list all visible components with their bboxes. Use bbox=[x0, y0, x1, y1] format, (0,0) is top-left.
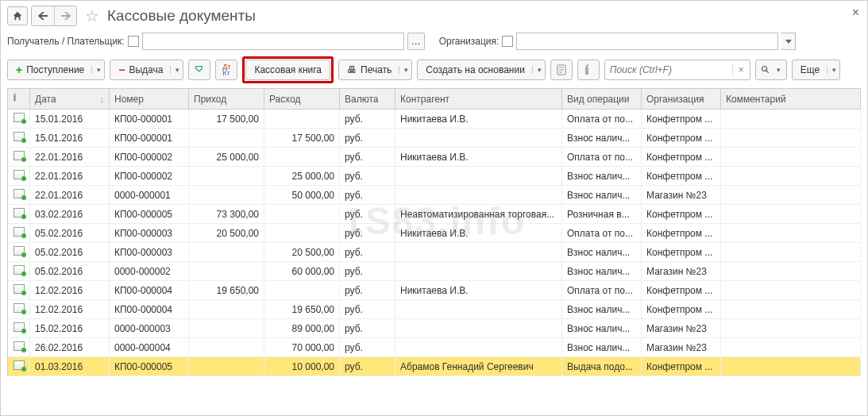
org-checkbox[interactable] bbox=[502, 36, 513, 47]
cell-org: Конфетпром ... bbox=[642, 110, 721, 129]
attach-button[interactable] bbox=[577, 60, 600, 80]
cell-expense: 70 000,00 bbox=[264, 338, 340, 357]
col-currency[interactable]: Валюта bbox=[340, 89, 395, 110]
recipient-checkbox[interactable] bbox=[128, 36, 139, 47]
cell-comment bbox=[721, 281, 861, 300]
table-row[interactable]: 15.02.20160000-00000389 000,00руб.Взнос … bbox=[8, 319, 861, 338]
cell-contractor: Никитаева И.В. bbox=[395, 110, 562, 129]
cell-contractor bbox=[395, 338, 562, 357]
cell-number: КП00-000003 bbox=[110, 224, 189, 243]
doc-button-1[interactable] bbox=[550, 60, 573, 80]
table-row[interactable]: 26.02.20160000-00000470 000,00руб.Взнос … bbox=[8, 338, 861, 357]
table-row[interactable]: 01.03.2016КП00-00000510 000,00руб.Абрамо… bbox=[8, 357, 861, 376]
cell-income bbox=[189, 129, 264, 148]
org-input[interactable] bbox=[516, 33, 778, 50]
cell-number: КП00-000002 bbox=[110, 167, 189, 186]
plus-icon: + bbox=[16, 64, 22, 76]
cell-contractor: Никитаева И.В. bbox=[395, 224, 562, 243]
table-row[interactable]: 12.02.2016КП00-00000419 650,00руб.Взнос … bbox=[8, 300, 861, 319]
titlebar: ☆ Кассовые документы bbox=[7, 6, 861, 26]
cell-org: Магазин №23 bbox=[642, 338, 721, 357]
forward-button[interactable] bbox=[54, 6, 76, 25]
cell-comment bbox=[721, 319, 861, 338]
cell-currency: руб. bbox=[340, 300, 395, 319]
recipient-input[interactable] bbox=[142, 33, 404, 50]
cell-expense: 17 500,00 bbox=[264, 129, 340, 148]
table-row[interactable]: 05.02.2016КП00-00000320 500,00руб.Взнос … bbox=[8, 243, 861, 262]
create-based-button[interactable]: Создать на основании ▾ bbox=[417, 60, 546, 80]
recipient-picker-button[interactable]: … bbox=[407, 33, 425, 50]
dt-kt-button[interactable]: ДтКт bbox=[215, 60, 237, 80]
col-attach[interactable] bbox=[8, 89, 30, 110]
col-contractor[interactable]: Контрагент bbox=[395, 89, 562, 110]
cell-expense: 89 000,00 bbox=[264, 319, 340, 338]
search-input[interactable] bbox=[605, 64, 732, 75]
cell-expense bbox=[264, 148, 340, 167]
print-button[interactable]: Печать ▾ bbox=[338, 60, 412, 80]
cell-optype: Взнос налич... bbox=[562, 338, 642, 357]
receipt-button[interactable]: + Поступление ▾ bbox=[7, 60, 105, 80]
cell-number: КП00-000001 bbox=[110, 129, 189, 148]
favorite-star-icon[interactable]: ☆ bbox=[85, 6, 99, 25]
cell-contractor: Неавтоматизированная торговая... bbox=[395, 205, 562, 224]
cell-income: 20 500,00 bbox=[189, 224, 264, 243]
col-expense[interactable]: Расход bbox=[264, 89, 340, 110]
cell-expense: 50 000,00 bbox=[264, 186, 340, 205]
cell-number: 0000-000002 bbox=[110, 262, 189, 281]
find-button[interactable]: ▾ bbox=[755, 60, 787, 80]
cell-org: Конфетпром ... bbox=[642, 205, 721, 224]
cell-expense: 25 000,00 bbox=[264, 167, 340, 186]
home-button[interactable] bbox=[7, 6, 28, 25]
table-row[interactable]: 12.02.2016КП00-00000419 650,00руб.Никита… bbox=[8, 281, 861, 300]
col-date[interactable]: Дата ↓ bbox=[30, 89, 110, 110]
cell-income bbox=[189, 300, 264, 319]
cell-number: КП00-000004 bbox=[110, 281, 189, 300]
chevron-down-icon: ▾ bbox=[399, 66, 408, 74]
more-button[interactable]: Еще ▾ bbox=[792, 60, 840, 80]
refresh-button[interactable] bbox=[188, 60, 210, 80]
cell-currency: руб. bbox=[340, 167, 395, 186]
cell-income: 19 650,00 bbox=[189, 281, 264, 300]
chevron-down-icon: ▾ bbox=[170, 66, 179, 74]
cell-optype: Взнос налич... bbox=[562, 262, 642, 281]
cell-date: 03.02.2016 bbox=[30, 205, 110, 224]
row-status-icon bbox=[8, 357, 30, 376]
cell-optype: Выдача подо... bbox=[562, 357, 642, 376]
documents-table: Дата ↓ Номер Приход Расход Валюта Контра… bbox=[7, 88, 861, 376]
chevron-down-icon: ▾ bbox=[774, 66, 781, 74]
back-button[interactable] bbox=[32, 6, 54, 25]
search-box: × bbox=[604, 60, 750, 80]
cell-comment bbox=[721, 243, 861, 262]
col-comment[interactable]: Комментарий bbox=[721, 89, 861, 110]
row-status-icon bbox=[8, 110, 30, 129]
col-number[interactable]: Номер bbox=[110, 89, 189, 110]
cashbook-button[interactable]: Кассовая книга bbox=[245, 60, 330, 80]
cell-number: КП00-000003 bbox=[110, 243, 189, 262]
table-row[interactable]: 15.01.2016КП00-00000117 500,00руб.Никита… bbox=[8, 110, 861, 129]
cell-comment bbox=[721, 167, 861, 186]
cell-income bbox=[189, 262, 264, 281]
cell-comment bbox=[721, 357, 861, 376]
table-row[interactable]: 15.01.2016КП00-00000117 500,00руб.Взнос … bbox=[8, 129, 861, 148]
cell-date: 05.02.2016 bbox=[30, 243, 110, 262]
cell-date: 01.03.2016 bbox=[30, 357, 110, 376]
close-button[interactable]: × bbox=[852, 6, 859, 20]
table-row[interactable]: 05.02.2016КП00-00000320 500,00руб.Никита… bbox=[8, 224, 861, 243]
table-row[interactable]: 22.01.2016КП00-00000225 000,00руб.Никита… bbox=[8, 148, 861, 167]
cell-org: Конфетпром ... bbox=[642, 243, 721, 262]
col-income[interactable]: Приход bbox=[189, 89, 264, 110]
cell-comment bbox=[721, 186, 861, 205]
table-row[interactable]: 22.01.20160000-00000150 000,00руб.Взнос … bbox=[8, 186, 861, 205]
table-row[interactable]: 03.02.2016КП00-00000573 300,00руб.Неавто… bbox=[8, 205, 861, 224]
search-clear-button[interactable]: × bbox=[732, 64, 750, 75]
cell-optype: Розничная в... bbox=[562, 205, 642, 224]
org-dropdown-button[interactable] bbox=[781, 33, 796, 50]
cell-comment bbox=[721, 338, 861, 357]
col-org[interactable]: Организация bbox=[642, 89, 721, 110]
issue-button[interactable]: − Выдача ▾ bbox=[110, 60, 183, 80]
table-row[interactable]: 22.01.2016КП00-00000225 000,00руб.Взнос … bbox=[8, 167, 861, 186]
cell-org: Магазин №23 bbox=[642, 319, 721, 338]
minus-icon: − bbox=[118, 64, 125, 76]
col-optype[interactable]: Вид операции bbox=[562, 89, 642, 110]
table-row[interactable]: 05.02.20160000-00000260 000,00руб.Взнос … bbox=[8, 262, 861, 281]
